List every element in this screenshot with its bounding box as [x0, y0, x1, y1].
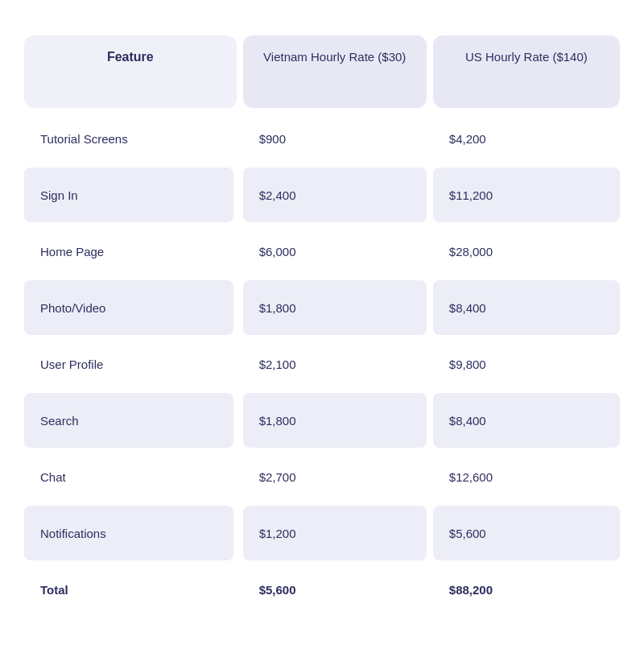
- feature-label-chat: Chat: [24, 449, 233, 504]
- feature-header-cell: Feature: [24, 35, 237, 108]
- feature-cell-tutorial: Tutorial Screens: [24, 111, 240, 166]
- us-rate-value-userprofile: $9,800: [433, 337, 620, 391]
- feature-column-header: Feature: [24, 32, 240, 111]
- feature-label-userprofile: User Profile: [24, 337, 233, 391]
- vn-rate-value-search: $1,800: [243, 393, 427, 448]
- vn-rate-value-photovideo: $1,800: [243, 280, 427, 335]
- feature-label-notifications: Notifications: [24, 506, 233, 560]
- us-rate-value-signin: $11,200: [433, 167, 620, 222]
- feature-cell-homepage: Home Page: [24, 224, 240, 279]
- feature-cell-userprofile: User Profile: [24, 337, 240, 391]
- us-rate-cell-homepage: $28,000: [430, 224, 620, 279]
- vn-rate-cell-photovideo: $1,800: [240, 279, 430, 337]
- table-row-notifications: Notifications$1,200$5,600: [24, 504, 620, 562]
- table-header-row: Feature Vietnam Hourly Rate ($30) US Hou…: [24, 32, 620, 111]
- us-rate-column-header: US Hourly Rate ($140): [430, 32, 620, 111]
- feature-header-label: Feature: [107, 50, 154, 64]
- feature-text-search: Search: [40, 414, 79, 428]
- feature-label-tutorial: Tutorial Screens: [24, 111, 233, 166]
- feature-text-userprofile: User Profile: [40, 358, 103, 371]
- us-rate-cell-userprofile: $9,800: [430, 337, 620, 391]
- feature-text-homepage: Home Page: [40, 245, 104, 258]
- vn-rate-cell-userprofile: $2,100: [240, 337, 430, 391]
- feature-label-homepage: Home Page: [24, 224, 233, 279]
- feature-cell-signin: Sign In: [24, 166, 240, 224]
- vn-rate-cell-chat: $2,700: [240, 449, 430, 504]
- us-rate-cell-signin: $11,200: [430, 166, 620, 224]
- vn-rate-cell-tutorial: $900: [240, 111, 430, 166]
- us-rate-value-search: $8,400: [433, 393, 620, 448]
- feature-label-search: Search: [24, 393, 233, 448]
- vn-rate-value-total: $5,600: [243, 562, 427, 617]
- vn-rate-value-signin: $2,400: [243, 167, 427, 222]
- vn-rate-value-homepage: $6,000: [243, 224, 427, 279]
- feature-text-notifications: Notifications: [40, 527, 106, 540]
- feature-text-photovideo: Photo/Video: [40, 301, 105, 315]
- us-rate-cell-photovideo: $8,400: [430, 279, 620, 337]
- table-row-photovideo: Photo/Video$1,800$8,400: [24, 279, 620, 337]
- table-row-chat: Chat$2,700$12,600: [24, 449, 620, 504]
- vn-rate-cell-signin: $2,400: [240, 166, 430, 224]
- us-rate-cell-search: $8,400: [430, 391, 620, 449]
- table-row-homepage: Home Page$6,000$28,000: [24, 224, 620, 279]
- us-rate-cell-total: $88,200: [430, 562, 620, 617]
- feature-cell-chat: Chat: [24, 449, 240, 504]
- vietnam-rate-header-label: Vietnam Hourly Rate ($30): [263, 50, 406, 64]
- vn-rate-cell-homepage: $6,000: [240, 224, 430, 279]
- feature-text-total: Total: [40, 583, 68, 597]
- table-row-tutorial: Tutorial Screens$900$4,200: [24, 111, 620, 166]
- feature-label-signin: Sign In: [24, 167, 233, 222]
- vn-rate-cell-total: $5,600: [240, 562, 430, 617]
- vn-rate-cell-search: $1,800: [240, 391, 430, 449]
- table-row-total: Total$5,600$88,200: [24, 562, 620, 617]
- us-rate-value-photovideo: $8,400: [433, 280, 620, 335]
- feature-label-total: Total: [24, 562, 233, 617]
- us-rate-value-tutorial: $4,200: [433, 111, 620, 166]
- vn-rate-value-notifications: $1,200: [243, 506, 427, 560]
- vietnam-rate-header-cell: Vietnam Hourly Rate ($30): [243, 35, 427, 108]
- us-rate-cell-chat: $12,600: [430, 449, 620, 504]
- table-row-userprofile: User Profile$2,100$9,800: [24, 337, 620, 391]
- feature-cell-notifications: Notifications: [24, 504, 240, 562]
- us-rate-value-notifications: $5,600: [433, 506, 620, 560]
- vn-rate-value-userprofile: $2,100: [243, 337, 427, 391]
- us-rate-value-chat: $12,600: [433, 449, 620, 504]
- table-row-search: Search$1,800$8,400: [24, 391, 620, 449]
- table-row-signin: Sign In$2,400$11,200: [24, 166, 620, 224]
- us-rate-value-total: $88,200: [433, 562, 620, 617]
- feature-cell-photovideo: Photo/Video: [24, 279, 240, 337]
- feature-cell-search: Search: [24, 391, 240, 449]
- feature-text-tutorial: Tutorial Screens: [40, 132, 128, 146]
- vn-rate-value-tutorial: $900: [243, 111, 427, 166]
- feature-cell-total: Total: [24, 562, 240, 617]
- us-rate-cell-tutorial: $4,200: [430, 111, 620, 166]
- feature-text-chat: Chat: [40, 470, 66, 484]
- us-rate-header-cell: US Hourly Rate ($140): [433, 35, 620, 108]
- vn-rate-cell-notifications: $1,200: [240, 504, 430, 562]
- feature-label-photovideo: Photo/Video: [24, 280, 233, 335]
- feature-text-signin: Sign In: [40, 188, 78, 202]
- us-rate-value-homepage: $28,000: [433, 224, 620, 279]
- us-rate-cell-notifications: $5,600: [430, 504, 620, 562]
- us-rate-header-label: US Hourly Rate ($140): [465, 50, 588, 64]
- pricing-table: Feature Vietnam Hourly Rate ($30) US Hou…: [24, 32, 620, 617]
- pricing-table-container: Feature Vietnam Hourly Rate ($30) US Hou…: [16, 16, 628, 633]
- vietnam-rate-column-header: Vietnam Hourly Rate ($30): [240, 32, 430, 111]
- vn-rate-value-chat: $2,700: [243, 449, 427, 504]
